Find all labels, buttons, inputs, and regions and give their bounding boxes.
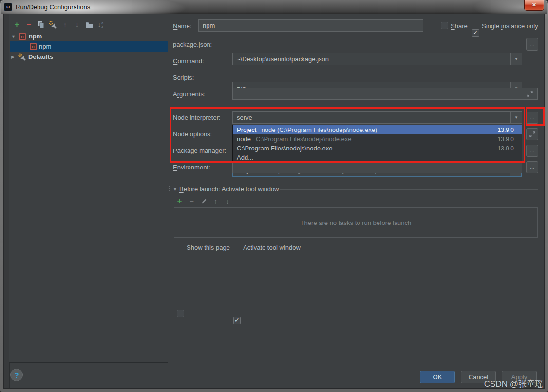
- tree-item-npm-child[interactable]: n npm: [30, 41, 51, 52]
- name-input[interactable]: npm: [198, 19, 423, 32]
- checkmark-icon: ✓: [234, 317, 240, 324]
- chevron-down-icon[interactable]: ▼: [510, 112, 522, 123]
- environment-browse-button[interactable]: ...: [526, 161, 538, 173]
- folder-icon: [85, 21, 93, 29]
- pencil-icon: [201, 198, 208, 205]
- tree-item-label: npm: [39, 43, 51, 50]
- remove-icon: −: [27, 20, 32, 29]
- question-icon: ?: [14, 371, 19, 379]
- remove-configuration-button[interactable]: −: [25, 20, 33, 29]
- single-instance-label: Single instance only: [482, 22, 538, 30]
- configurations-tree-panel: [9, 14, 168, 363]
- chevron-down-icon[interactable]: ▼: [510, 53, 522, 65]
- edit-defaults-button[interactable]: [48, 20, 57, 29]
- before-launch-edit-button[interactable]: [200, 197, 208, 205]
- single-instance-checkbox[interactable]: ✓: [472, 29, 479, 37]
- ellipsis-icon: ...: [530, 42, 534, 47]
- empty-tasks-message: There are no tasks to run before launch: [301, 219, 412, 226]
- add-icon: +: [15, 20, 19, 29]
- activate-tool-window-checkbox[interactable]: ✓: [233, 317, 241, 324]
- package-manager-browse-button[interactable]: ...: [526, 145, 538, 157]
- dropdown-item-path[interactable]: C:\Program Files\nodejs\node.exe 13.9.0: [233, 144, 522, 153]
- name-label: Name:: [173, 22, 191, 30]
- section-separator: [171, 106, 538, 106]
- remove-icon: −: [189, 197, 193, 205]
- app-icon: IJ: [4, 3, 12, 11]
- close-button[interactable]: ×: [524, 0, 544, 11]
- sort-arrow-icon: ↓: [98, 21, 101, 28]
- csdn-watermark: CSDN @张童瑶: [484, 378, 543, 390]
- dropdown-item-node[interactable]: node C:\Program Files\nodejs\node.exe 13…: [233, 134, 522, 144]
- before-launch-separator: [280, 189, 538, 190]
- node-interpreter-configure-button[interactable]: ...: [526, 112, 538, 124]
- dropdown-item-project-node[interactable]: Project node (C:\Program Files\nodejs\no…: [233, 125, 522, 134]
- node-interpreter-label: Node interpreter:: [173, 114, 221, 121]
- create-folder-button[interactable]: [85, 20, 93, 29]
- package-json-label: package.json:: [173, 41, 212, 48]
- move-down-icon: ↓: [76, 21, 79, 29]
- node-interpreter-dropdown: Project node (C:\Program Files\nodejs\no…: [232, 125, 522, 163]
- checkmark-icon: ✓: [473, 29, 478, 36]
- copy-icon: [37, 21, 45, 29]
- wrench-gear-icon: [18, 53, 26, 61]
- tree-item-defaults[interactable]: ▶ Defaults: [11, 52, 53, 62]
- wrench-gear-icon: [48, 20, 57, 29]
- npm-icon: n: [30, 43, 37, 50]
- before-launch-move-up-button[interactable]: ↑: [211, 197, 220, 205]
- add-configuration-button[interactable]: +: [13, 20, 21, 29]
- environment-label: Environment:: [173, 164, 210, 171]
- section-grip-handle[interactable]: [169, 186, 170, 192]
- move-down-button[interactable]: ↓: [73, 20, 81, 29]
- show-this-page-checkbox[interactable]: ✓: [177, 310, 184, 317]
- move-up-icon: ↑: [63, 21, 67, 29]
- before-launch-task-list: There are no tasks to run before launch: [174, 207, 538, 238]
- move-up-icon: ↑: [214, 197, 217, 205]
- add-icon: +: [177, 197, 182, 205]
- package-manager-label: Package manager:: [173, 147, 226, 154]
- arguments-input[interactable]: [232, 88, 538, 100]
- copy-configuration-button[interactable]: [37, 20, 45, 29]
- ok-button[interactable]: OK: [420, 371, 455, 383]
- scripts-label: Scripts:: [173, 74, 194, 81]
- before-launch-move-down-button[interactable]: ↓: [224, 197, 232, 205]
- activate-tool-window-label: Activate tool window: [243, 244, 301, 251]
- show-this-page-label: Show this page: [187, 244, 230, 251]
- ellipsis-icon: ...: [530, 148, 534, 153]
- scripts-combo[interactable]: serve ▼: [232, 111, 522, 124]
- package-json-browse-button[interactable]: ...: [526, 38, 538, 51]
- environment-input[interactable]: [232, 161, 522, 173]
- window-title: Run/Debug Configurations: [16, 3, 90, 11]
- expand-field-icon[interactable]: [527, 91, 533, 97]
- package-json-combo[interactable]: ~\Desktop\userinfo\package.json ▼: [232, 53, 522, 65]
- tree-item-label: Defaults: [28, 53, 53, 60]
- before-launch-remove-button[interactable]: −: [188, 197, 196, 205]
- before-launch-add-button[interactable]: +: [175, 197, 184, 205]
- ellipsis-icon: ...: [530, 165, 534, 170]
- command-label: Command:: [173, 57, 204, 65]
- help-button[interactable]: ?: [10, 369, 23, 381]
- node-options-label: Node options:: [173, 131, 212, 138]
- npm-icon: n: [19, 33, 26, 40]
- sort-az-icon: az: [101, 21, 103, 28]
- ellipsis-icon: ...: [530, 115, 534, 120]
- share-checkbox[interactable]: ✓: [441, 22, 448, 29]
- arguments-label: Arguments:: [173, 91, 206, 98]
- expand-field-icon: [529, 131, 536, 138]
- tree-item-npm-root[interactable]: ▼ n npm: [11, 31, 42, 41]
- dropdown-item-add[interactable]: Add...: [233, 153, 522, 162]
- tree-expanded-icon[interactable]: ▼: [11, 34, 16, 39]
- node-options-expand-button[interactable]: [526, 128, 538, 140]
- share-label: Share: [451, 22, 468, 30]
- sort-configurations-button[interactable]: ↓ az: [96, 20, 105, 29]
- tree-collapsed-icon[interactable]: ▶: [11, 55, 15, 59]
- move-up-button[interactable]: ↑: [61, 20, 69, 29]
- close-icon: ×: [532, 1, 536, 8]
- before-launch-collapse-icon[interactable]: ▼: [173, 187, 177, 192]
- tree-item-label: npm: [29, 33, 42, 40]
- move-down-icon: ↓: [226, 197, 229, 205]
- before-launch-header: Before launch: Activate tool window: [179, 186, 279, 193]
